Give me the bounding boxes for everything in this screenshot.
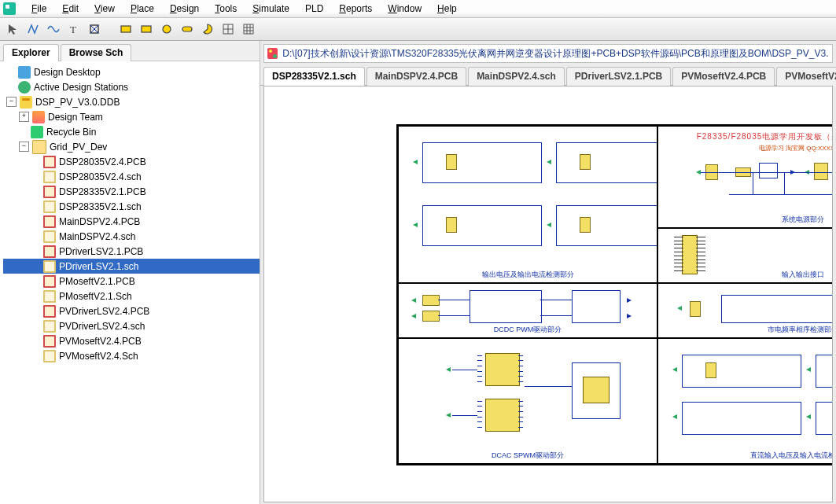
tree-recycle-bin[interactable]: Recycle Bin: [3, 124, 260, 139]
tool-rect-outline-icon[interactable]: [118, 21, 134, 37]
pcb-icon: [43, 186, 56, 198]
tree-file[interactable]: DSP28335V2.1.PCB: [3, 184, 260, 199]
tool-rect-fill-icon[interactable]: [138, 21, 154, 37]
tool-text-icon[interactable]: T: [66, 21, 82, 37]
tree-file[interactable]: PMoseftV2.1.Sch: [3, 289, 260, 304]
menu-file-label: ile: [37, 3, 46, 14]
sheet-cell-a3: DCDC PWM驱动部分: [398, 283, 657, 338]
tree-label: Grid_PV_Dev: [50, 142, 107, 153]
team-icon: [32, 111, 45, 123]
sch-icon: [43, 350, 56, 362]
tree-file-label: MainDSPV2.4.sch: [59, 231, 135, 242]
tree-file[interactable]: MainDSPV2.4.sch: [3, 229, 260, 244]
svg-rect-11: [244, 24, 253, 34]
tree-folder-gridpvdev[interactable]: − Grid_PV_Dev: [3, 139, 260, 154]
tab-explorer[interactable]: Explorer: [3, 44, 59, 61]
tree-file[interactable]: PVMoseftV2.4.Sch: [3, 348, 260, 363]
tree-file[interactable]: DSP28035V2.4.PCB: [3, 154, 260, 169]
document-tab[interactable]: PVMoseftV2.4.PCB: [672, 67, 775, 86]
tree-file-label: PDriverLSV2.1.sch: [59, 261, 138, 272]
cell-title: 直流输入电压及输入电流检测部分: [658, 451, 833, 461]
tree-design-desktop[interactable]: Design Desktop: [3, 64, 260, 79]
app-doc-icon: [267, 48, 278, 59]
menu-pld[interactable]: PLD: [297, 2, 331, 16]
tree-file[interactable]: DSP28335V2.1.sch: [3, 199, 260, 214]
sch-icon: [43, 260, 56, 273]
tool-circle-icon[interactable]: [159, 21, 175, 37]
globe-icon: [18, 81, 31, 94]
recycle-icon: [31, 126, 43, 138]
tree-label: Recycle Bin: [46, 127, 96, 138]
pcb-icon: [43, 305, 56, 318]
svg-rect-5: [142, 26, 151, 32]
tab-browse-sch[interactable]: Browse Sch: [61, 44, 132, 61]
tree-file[interactable]: PMoseftV2.1.PCB: [3, 274, 260, 289]
tree-label: DSP_PV_V3.0.DDB: [35, 97, 120, 108]
cell-title: 市电频率相序检测部分: [658, 325, 833, 335]
tree-file[interactable]: PVDriverLSV2.4.sch: [3, 318, 260, 333]
schematic-sheet: F28335/F28035电源学用开发板（采样驱动板顶商版） 电源学习 淘宝网 …: [396, 124, 833, 465]
tree-file[interactable]: MainDSPV2.4.PCB: [3, 214, 260, 229]
pcb-icon: [43, 245, 56, 258]
document-tab[interactable]: PDriverLSV2.1.PCB: [566, 67, 671, 86]
pcb-icon: [43, 156, 56, 168]
svg-point-6: [163, 25, 171, 33]
menu-reports[interactable]: Reports: [331, 2, 380, 16]
tool-pill-icon[interactable]: [179, 21, 195, 37]
left-panel: Explorer Browse Sch Design Desktop Activ…: [0, 41, 260, 504]
sch-icon: [43, 171, 56, 183]
collapse-icon[interactable]: −: [19, 142, 29, 152]
tree-ddb[interactable]: − DSP_PV_V3.0.DDB: [3, 94, 260, 109]
tool-pie-icon[interactable]: [200, 21, 215, 37]
tree-label: Active Design Stations: [34, 82, 128, 93]
folder-icon: [32, 140, 46, 154]
main-area: Explorer Browse Sch Design Desktop Activ…: [0, 41, 836, 504]
tree-file-label: PMoseftV2.1.PCB: [59, 276, 135, 287]
cell-title: 输出电压及输出电流检测部分: [399, 270, 657, 280]
tree-active-stations[interactable]: Active Design Stations: [3, 79, 260, 94]
menu-help[interactable]: Help: [429, 2, 465, 16]
menu-view[interactable]: View: [87, 2, 123, 16]
expand-icon[interactable]: +: [19, 112, 29, 122]
collapse-icon[interactable]: −: [6, 97, 17, 107]
tree-design-team[interactable]: + Design Team: [3, 109, 260, 124]
menu-place[interactable]: Place: [123, 2, 162, 16]
document-tab[interactable]: MainDSPV2.4.PCB: [366, 67, 466, 86]
menu-reports-label: eports: [346, 3, 372, 14]
tool-select-icon[interactable]: [5, 21, 20, 37]
tree-file-label: DSP28035V2.4.sch: [59, 171, 142, 182]
tool-wave-icon[interactable]: [46, 21, 61, 37]
menu-edit[interactable]: Edit: [54, 2, 87, 16]
menu-file[interactable]: File: [24, 2, 54, 16]
tree-file[interactable]: PDriverLSV2.1.PCB: [3, 244, 260, 259]
app-icon: [3, 2, 16, 15]
sheet-cell-b4: 直流输入电压及输入电流检测部分: [657, 338, 833, 464]
sch-icon: [43, 320, 56, 333]
tree-file[interactable]: PDriverLSV2.1.sch: [3, 259, 260, 274]
toolbar: T: [0, 18, 836, 41]
tree-file[interactable]: PVMoseftV2.4.PCB: [3, 333, 260, 348]
menu-view-label: iew: [101, 3, 115, 14]
document-tab[interactable]: MainDSPV2.4.sch: [468, 67, 565, 86]
project-tree[interactable]: Design Desktop Active Design Stations − …: [0, 61, 260, 504]
menu-design[interactable]: Design: [162, 2, 207, 16]
menu-tools[interactable]: Tools: [207, 2, 245, 16]
tool-segment-icon[interactable]: [25, 21, 41, 37]
tree-file-label: PMoseftV2.1.Sch: [59, 291, 132, 302]
document-tab[interactable]: DSP28335V2.1.sch: [263, 67, 365, 86]
tool-grid1-icon[interactable]: [220, 21, 236, 37]
tree-file[interactable]: DSP28035V2.4.sch: [3, 169, 260, 184]
tree-file[interactable]: PVDriverLSV2.4.PCB: [3, 304, 260, 318]
sheet-cell-b3: 市电频率相序检测部分: [657, 283, 833, 338]
document-tab[interactable]: PVMoseftV2.…: [776, 67, 836, 86]
tree-label: Design Desktop: [34, 67, 101, 78]
pcb-icon: [43, 275, 56, 288]
tool-erase-icon[interactable]: [87, 21, 102, 37]
menu-window[interactable]: Window: [380, 2, 429, 16]
tool-grid2-icon[interactable]: [241, 21, 256, 37]
menu-simulate[interactable]: Simulate: [245, 2, 297, 16]
sheet-cell-b1: 输出电压及输出电流检测部分: [398, 126, 657, 283]
schematic-canvas[interactable]: F28335/F28035电源学用开发板（采样驱动板顶商版） 电源学习 淘宝网 …: [263, 86, 833, 502]
sheet-cell-a2: 输入输出接口: [657, 228, 833, 283]
menu-place-label: lace: [137, 3, 154, 14]
